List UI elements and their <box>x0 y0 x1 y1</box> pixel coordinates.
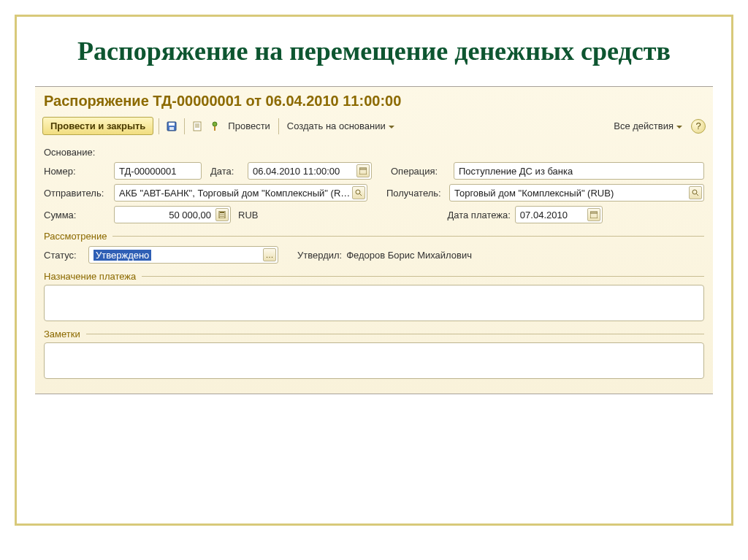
svg-point-17 <box>220 214 221 215</box>
date-field[interactable]: 06.04.2010 11:00:00 <box>248 162 372 180</box>
svg-point-22 <box>223 216 224 217</box>
lookup-icon[interactable] <box>352 186 365 199</box>
date-value: 06.04.2010 11:00:00 <box>253 166 355 177</box>
svg-rect-9 <box>359 168 367 174</box>
payment-purpose-label: Назначение платежа <box>44 271 136 282</box>
save-icon[interactable] <box>164 119 179 134</box>
pin-icon[interactable] <box>207 119 222 134</box>
separator <box>184 118 185 134</box>
payment-date-value: 07.04.2010 <box>520 210 586 220</box>
calculator-icon[interactable] <box>215 208 229 221</box>
date-picker-icon[interactable] <box>356 164 370 177</box>
status-label: Статус: <box>44 250 84 261</box>
svg-point-18 <box>221 214 222 215</box>
number-label: Номер: <box>44 166 110 177</box>
date-picker-icon[interactable] <box>587 208 600 221</box>
operation-field[interactable]: Поступление ДС из банка <box>454 162 704 180</box>
payment-purpose-textarea[interactable] <box>44 285 704 321</box>
svg-rect-16 <box>220 212 224 213</box>
svg-point-13 <box>692 190 697 194</box>
svg-point-11 <box>356 190 360 194</box>
svg-rect-2 <box>169 127 174 130</box>
amount-field[interactable]: 50 000,00 <box>114 206 231 223</box>
svg-line-14 <box>697 194 699 196</box>
page-title: Распоряжение на перемещение денежных сре… <box>39 35 709 68</box>
approved-by-label: Утвердил: <box>297 250 342 261</box>
form-body: Основание: Номер: ТД-00000001 Дата: 06.0… <box>35 141 713 386</box>
svg-line-12 <box>360 194 362 196</box>
create-based-on-button[interactable]: Создать на основании <box>284 118 397 134</box>
submit-button[interactable]: Провести <box>225 118 273 134</box>
window-header: Распоряжение ТД-00000001 от 06.04.2010 1… <box>35 87 713 114</box>
recipient-field[interactable]: Торговый дом "Комплексный" (RUB) <box>449 184 704 202</box>
svg-rect-1 <box>169 123 175 126</box>
status-value: Утверждено <box>94 250 262 261</box>
sender-label: Отправитель: <box>44 188 110 199</box>
notes-label: Заметки <box>44 329 80 340</box>
document-icon[interactable] <box>190 119 205 134</box>
svg-point-7 <box>213 122 217 126</box>
date-label: Дата: <box>210 166 243 177</box>
slide-frame: Распоряжение на перемещение денежных сре… <box>15 15 733 526</box>
review-label: Рассмотрение <box>44 231 107 242</box>
submit-and-close-button[interactable]: Провести и закрыть <box>42 117 153 135</box>
number-value: ТД-00000001 <box>119 166 199 177</box>
operation-label: Операция: <box>391 166 449 177</box>
toolbar: Провести и закрыть Провести Создать на о… <box>35 114 713 141</box>
basis-label: Основание: <box>44 147 110 158</box>
svg-point-19 <box>223 214 224 215</box>
amount-label: Сумма: <box>44 210 110 220</box>
currency-label: RUB <box>238 210 258 220</box>
sender-value: АКБ "АВТ-БАНК", Торговый дом "Комплексны… <box>119 188 351 199</box>
all-actions-button[interactable]: Все действия <box>611 118 685 134</box>
divider <box>86 334 704 334</box>
svg-rect-3 <box>194 122 201 131</box>
separator <box>278 118 279 134</box>
svg-rect-23 <box>590 212 598 218</box>
payment-purpose-group-title: Назначение платежа <box>44 271 704 282</box>
recipient-value: Торговый дом "Комплексный" (RUB) <box>454 188 687 199</box>
sender-field[interactable]: АКБ "АВТ-БАНК", Торговый дом "Комплексны… <box>114 184 367 202</box>
amount-value: 50 000,00 <box>119 210 214 220</box>
form-window: Распоряжение ТД-00000001 от 06.04.2010 1… <box>35 86 713 394</box>
payment-date-field[interactable]: 07.04.2010 <box>515 206 603 223</box>
payment-date-label: Дата платежа: <box>447 210 510 220</box>
recipient-label: Получатель: <box>386 188 445 199</box>
svg-point-21 <box>221 216 222 217</box>
help-button[interactable]: ? <box>691 119 706 134</box>
notes-textarea[interactable] <box>44 342 704 379</box>
lookup-icon[interactable] <box>689 186 702 199</box>
approved-by-value: Федоров Борис Михайлович <box>346 250 472 261</box>
divider <box>112 236 704 237</box>
number-field[interactable]: ТД-00000001 <box>114 162 202 180</box>
svg-point-20 <box>220 216 221 217</box>
ellipsis-icon[interactable]: … <box>263 248 276 261</box>
status-field[interactable]: Утверждено … <box>88 246 278 264</box>
notes-group-title: Заметки <box>44 329 704 340</box>
operation-value: Поступление ДС из банка <box>459 166 702 177</box>
separator <box>159 118 159 134</box>
divider <box>142 276 704 277</box>
review-group-title: Рассмотрение <box>44 231 704 242</box>
